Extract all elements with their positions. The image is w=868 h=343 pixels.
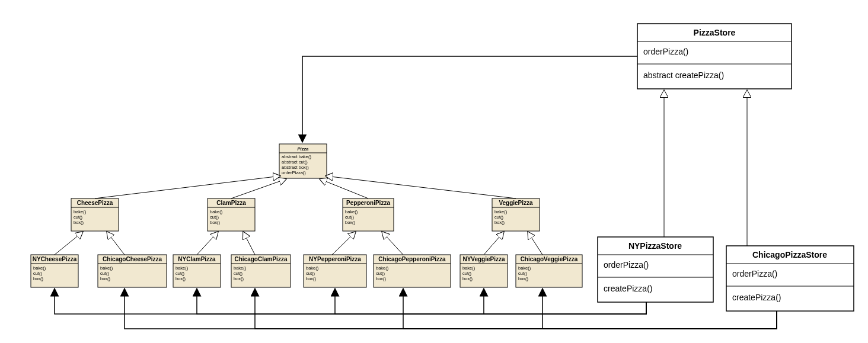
class-chicagoclampizza: ChicagoClamPizza bake() cut() box() [231, 255, 291, 287]
edge-nyveggie-to-veggie [484, 232, 504, 255]
nycheesepizza-m0: bake() [33, 265, 46, 271]
edge-pepperoni-to-pizza [320, 179, 368, 198]
class-pizza: Pizza abstract bake() abstract cut() abs… [279, 144, 327, 178]
nycheesepizza-m1: cut() [33, 271, 43, 276]
chicagoclampizza-m0: bake() [234, 265, 247, 271]
pizza-m0: abstract bake() [282, 154, 312, 159]
edge-nyclam-to-clam [197, 232, 218, 255]
class-cheesepizza: CheesePizza bake() cut() box() [71, 198, 119, 231]
pizzastore-method-0: orderPizza() [643, 47, 688, 56]
chicagoveggiepizza-m0: bake() [518, 265, 531, 271]
clampizza-m2: box() [210, 220, 221, 225]
class-chicagopizzastore: ChicagoPizzaStore orderPizza() createPiz… [726, 246, 854, 311]
pepperonipizza-m1: cut() [345, 214, 355, 220]
nypepperonipizza-m1: cut() [306, 271, 315, 276]
chicagoclampizza-m2: box() [234, 276, 244, 281]
edge-clam-to-pizza [231, 179, 286, 198]
class-chicagopepperonipizza: ChicagoPepperoniPizza bake() cut() box() [374, 255, 451, 287]
nypepperonipizza-m2: box() [306, 276, 317, 281]
nypepperonipizza-title: NYPepperoniPizza [309, 256, 361, 262]
chicagocheesepizza-m2: box() [100, 276, 111, 281]
pizzastore-title: PizzaStore [694, 28, 736, 37]
chicagoclampizza-m1: cut() [234, 271, 243, 276]
pizzastore-method-1: abstract createPizza() [643, 70, 724, 80]
nypepperonipizza-m0: bake() [306, 265, 319, 271]
chicagopepperonipizza-title: ChicagoPepperoniPizza [378, 256, 446, 262]
nyclampizza-m0: bake() [175, 265, 189, 271]
nyveggiepizza-m0: bake() [462, 265, 476, 271]
pizza-m2: abstract box() [282, 165, 309, 170]
edge-nystore-to-nyclam [197, 288, 646, 314]
edge-veggie-to-pizza [326, 176, 516, 198]
class-clampizza: ClamPizza bake() cut() box() [208, 198, 255, 231]
veggiepizza-m2: box() [494, 220, 505, 225]
nyclampizza-title: NYClamPizza [178, 256, 216, 262]
nyclampizza-m2: box() [175, 276, 186, 281]
class-nyclampizza: NYClamPizza bake() cut() box() [173, 255, 221, 287]
edge-cheese-to-pizza [95, 176, 280, 198]
edge-chcheese-to-cheese [107, 232, 125, 255]
pepperonipizza-m0: bake() [345, 209, 358, 214]
edge-store-to-pizza [302, 56, 637, 142]
nyveggiepizza-m1: cut() [462, 271, 472, 276]
class-nycheesepizza: NYCheesePizza bake() cut() box() [31, 255, 78, 287]
class-pizzastore: PizzaStore orderPizza() abstract createP… [637, 24, 792, 89]
chicagopizzastore-method-1: createPizza() [732, 293, 781, 302]
clampizza-m0: bake() [210, 209, 223, 214]
chicagopepperonipizza-m1: cut() [376, 271, 385, 276]
uml-diagram: PizzaStore orderPizza() abstract createP… [0, 0, 868, 343]
nycheesepizza-m2: box() [33, 276, 44, 281]
pepperonipizza-m2: box() [345, 220, 356, 225]
edge-chpepp-to-pepp [382, 232, 403, 255]
class-pepperonipizza: PepperoniPizza bake() cut() box() [343, 198, 394, 231]
pepperonipizza-title: PepperoniPizza [346, 200, 390, 206]
nypizzastore-method-1: createPizza() [604, 284, 652, 293]
nyclampizza-m1: cut() [175, 271, 185, 276]
class-veggiepizza: VeggiePizza bake() cut() box() [492, 198, 540, 231]
clampizza-title: ClamPizza [216, 200, 246, 206]
veggiepizza-m0: bake() [494, 209, 508, 214]
edge-chstore-to-chpepperoni [403, 288, 777, 329]
class-chicagocheesepizza: ChicagoCheesePizza bake() cut() box() [98, 255, 167, 287]
chicagocheesepizza-m1: cut() [100, 271, 110, 276]
nyveggiepizza-title: NYVeggiePizza [462, 256, 505, 262]
edge-nypepp-to-pepp [332, 232, 356, 255]
chicagopepperonipizza-m2: box() [376, 276, 387, 281]
class-nyveggiepizza: NYVeggiePizza bake() cut() box() [460, 255, 508, 287]
class-chicagoveggiepizza: ChicagoVeggiePizza bake() cut() box() [516, 255, 582, 287]
chicagoveggiepizza-title: ChicagoVeggiePizza [521, 256, 578, 262]
clampizza-m1: cut() [210, 214, 219, 220]
pizza-m3: orderPizza() [282, 170, 306, 175]
nypizzastore-method-0: orderPizza() [604, 260, 649, 270]
edge-chclam-to-clam [243, 232, 255, 255]
cheesepizza-title: CheesePizza [77, 200, 113, 206]
edge-nystore-to-nycheese [55, 288, 646, 314]
nyveggiepizza-m2: box() [462, 276, 473, 281]
pizza-title: Pizza [298, 146, 309, 152]
nycheesepizza-title: NYCheesePizza [33, 256, 77, 262]
chicagocheesepizza-title: ChicagoCheesePizza [103, 256, 162, 262]
veggiepizza-title: VeggiePizza [499, 200, 533, 206]
veggiepizza-m1: cut() [494, 214, 504, 220]
nypizzastore-title: NYPizzaStore [628, 241, 682, 251]
class-nypepperonipizza: NYPepperoniPizza bake() cut() box() [304, 255, 366, 287]
cheesepizza-m1: cut() [74, 214, 83, 220]
chicagoveggiepizza-m2: box() [518, 276, 529, 281]
chicagopizzastore-title: ChicagoPizzaStore [752, 250, 827, 259]
chicagopepperonipizza-m0: bake() [376, 265, 389, 271]
chicagopizzastore-method-0: orderPizza() [732, 269, 777, 278]
chicagocheesepizza-m0: bake() [100, 265, 113, 271]
chicagoclampizza-title: ChicagoClamPizza [235, 256, 288, 262]
chicagoveggiepizza-m1: cut() [518, 271, 528, 276]
pizza-m1: abstract cut() [282, 159, 308, 165]
cheesepizza-m0: bake() [74, 209, 87, 214]
class-nypizzastore: NYPizzaStore orderPizza() createPizza() [598, 237, 713, 302]
edge-chveggie-to-veggie [528, 232, 542, 255]
cheesepizza-m2: box() [74, 220, 84, 225]
edge-nycheese-to-cheese [55, 232, 83, 255]
